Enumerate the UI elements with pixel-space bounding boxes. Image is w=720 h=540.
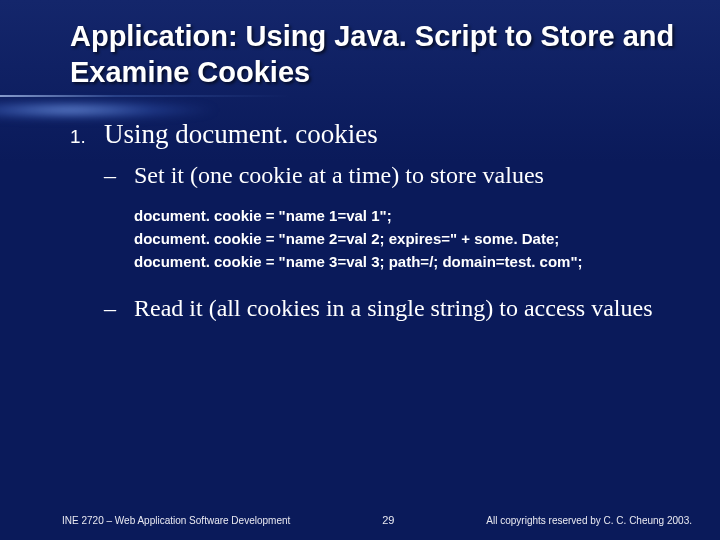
numbered-item: 1. Using document. cookies [70,119,680,150]
footer-page-number: 29 [382,514,394,526]
bullet-item: – Set it (one cookie at a time) to store… [104,160,680,190]
slide-footer: INE 2720 – Web Application Software Deve… [0,514,720,526]
bullet-item: – Read it (all cookies in a single strin… [104,293,680,323]
bullet-text: Set it (one cookie at a time) to store v… [134,160,544,190]
bullet-dash: – [104,160,134,190]
bullet-text: Read it (all cookies in a single string)… [134,293,653,323]
code-block: document. cookie = "name 1=val 1"; docum… [134,204,680,274]
slide-title: Application: Using Java. Script to Store… [70,18,680,91]
bullet-dash: – [104,293,134,323]
code-line: document. cookie = "name 1=val 1"; [134,207,392,224]
footer-copyright: All copyrights reserved by C. C. Cheung … [486,515,692,526]
item-number: 1. [70,126,104,148]
footer-course: INE 2720 – Web Application Software Deve… [62,515,290,526]
slide-container: Application: Using Java. Script to Store… [0,0,720,540]
code-line: document. cookie = "name 2=val 2; expire… [134,230,559,247]
item-heading: Using document. cookies [104,119,378,150]
code-line: document. cookie = "name 3=val 3; path=/… [134,253,583,270]
